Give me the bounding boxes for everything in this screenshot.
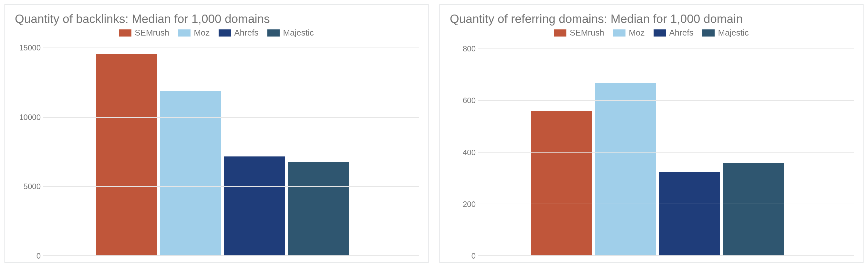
- chart-title: Quantity of referring domains: Median fo…: [450, 12, 854, 26]
- chart-area: 050001000015000: [14, 41, 419, 256]
- legend: SEMrush Moz Ahrefs Majestic: [449, 28, 854, 38]
- bars-group: [478, 41, 854, 256]
- y-tick-label: 800: [450, 44, 476, 53]
- bar-row: [96, 41, 349, 256]
- y-axis: 0200400600800: [449, 41, 478, 256]
- legend-swatch-icon: [119, 29, 131, 36]
- bar-ahrefs: [659, 172, 720, 256]
- gridline: [478, 204, 854, 204]
- legend-item-majestic: Majestic: [268, 28, 314, 38]
- bar-moz: [595, 83, 656, 256]
- bar-row: [531, 41, 784, 256]
- y-tick-label: 10000: [15, 113, 41, 122]
- legend-item-semrush: SEMrush: [119, 28, 169, 38]
- plot-region: [43, 41, 419, 256]
- chart-panel-refdomains: Quantity of referring domains: Median fo…: [439, 4, 864, 263]
- y-tick-label: 400: [450, 148, 476, 157]
- gridline: [43, 48, 419, 48]
- legend-item-moz: Moz: [613, 28, 645, 38]
- legend-label: Moz: [194, 28, 210, 38]
- legend-swatch-icon: [219, 29, 231, 36]
- legend-label: Majestic: [283, 28, 314, 38]
- chart-title: Quantity of backlinks: Median for 1,000 …: [15, 12, 419, 26]
- legend-swatch-icon: [702, 29, 715, 36]
- gridline: [43, 117, 419, 118]
- gridline: [43, 255, 419, 256]
- y-axis: 050001000015000: [14, 41, 43, 256]
- bar-majestic: [288, 162, 349, 256]
- legend-item-ahrefs: Ahrefs: [219, 28, 258, 38]
- gridline: [478, 100, 854, 101]
- legend-swatch-icon: [268, 29, 280, 36]
- plot-region: [478, 41, 854, 256]
- y-tick-label: 15000: [15, 43, 41, 52]
- bars-group: [43, 41, 419, 256]
- gridline: [478, 49, 854, 49]
- y-tick-label: 200: [450, 200, 476, 209]
- chart-panel-backlinks: Quantity of backlinks: Median for 1,000 …: [4, 4, 429, 263]
- legend-label: Moz: [629, 28, 645, 38]
- legend-swatch-icon: [654, 29, 666, 36]
- bar-semrush: [531, 111, 592, 256]
- legend-swatch-icon: [554, 29, 566, 36]
- y-tick-label: 0: [450, 251, 476, 261]
- gridline: [478, 152, 854, 153]
- legend-swatch-icon: [178, 29, 190, 36]
- legend-label: Ahrefs: [234, 28, 258, 38]
- gridline: [43, 186, 419, 187]
- charts-container: Quantity of backlinks: Median for 1,000 …: [0, 0, 868, 267]
- bar-moz: [160, 91, 221, 256]
- legend-label: Majestic: [718, 28, 748, 38]
- legend-item-moz: Moz: [178, 28, 210, 38]
- gridline: [478, 255, 854, 256]
- legend-item-semrush: SEMrush: [554, 28, 604, 38]
- bar-semrush: [96, 54, 157, 256]
- bar-ahrefs: [224, 156, 285, 256]
- legend-swatch-icon: [613, 29, 625, 36]
- y-tick-label: 600: [450, 96, 476, 105]
- chart-area: 0200400600800: [449, 41, 854, 256]
- y-tick-label: 0: [15, 251, 41, 261]
- legend-label: SEMrush: [135, 28, 169, 38]
- legend-item-ahrefs: Ahrefs: [654, 28, 693, 38]
- legend: SEMrush Moz Ahrefs Majestic: [14, 28, 419, 38]
- legend-label: SEMrush: [569, 28, 604, 38]
- bar-majestic: [723, 163, 784, 256]
- legend-item-majestic: Majestic: [702, 28, 748, 38]
- y-tick-label: 5000: [15, 182, 41, 191]
- legend-label: Ahrefs: [669, 28, 693, 38]
